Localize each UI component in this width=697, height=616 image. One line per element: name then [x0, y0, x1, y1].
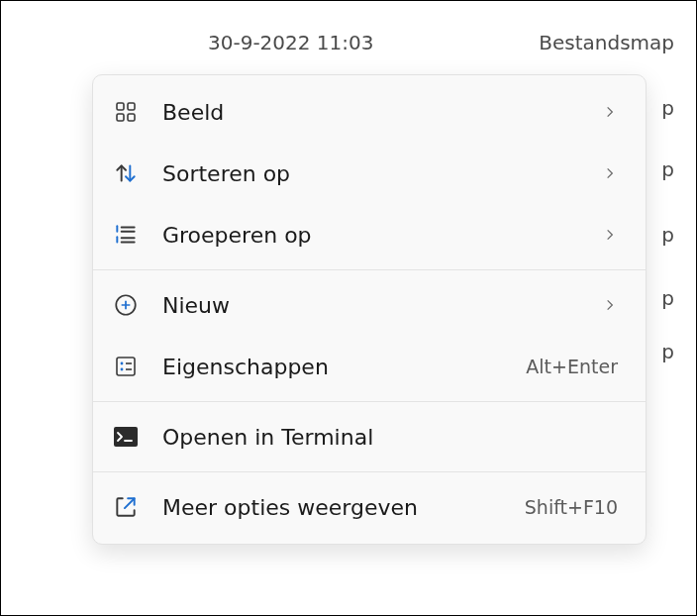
- menu-item-terminal[interactable]: Openen in Terminal: [93, 406, 646, 467]
- context-menu: Beeld Sorteren op: [92, 74, 647, 545]
- menu-label: Beeld: [162, 100, 598, 125]
- menu-item-sort[interactable]: Sorteren op: [93, 143, 646, 204]
- menu-shortcut: Alt+Enter: [526, 356, 618, 377]
- svg-rect-2: [117, 114, 124, 121]
- menu-label: Sorteren op: [162, 161, 598, 186]
- svg-rect-1: [128, 103, 135, 110]
- more-options-icon: [111, 492, 141, 522]
- menu-label: Eigenschappen: [162, 355, 526, 379]
- menu-separator: [93, 471, 646, 472]
- menu-item-view[interactable]: Beeld: [93, 81, 646, 143]
- plus-circle-icon: [111, 290, 141, 320]
- menu-item-new[interactable]: Nieuw: [93, 274, 646, 336]
- menu-label: Groeperen op: [162, 223, 598, 248]
- file-type-partial: p: [661, 96, 674, 120]
- menu-item-more-options[interactable]: Meer opties weergeven Shift+F10: [93, 476, 646, 538]
- file-date: 30-9-2022 11:03: [208, 31, 374, 54]
- file-type-partial: p: [661, 223, 674, 247]
- chevron-right-icon: [598, 166, 622, 180]
- svg-rect-0: [117, 103, 124, 110]
- file-type-partial: p: [661, 340, 674, 363]
- terminal-icon: [111, 422, 141, 452]
- sort-icon: [111, 158, 141, 188]
- svg-rect-5: [117, 358, 135, 375]
- svg-rect-8: [114, 427, 138, 447]
- file-type: Bestandsmap: [539, 31, 674, 54]
- view-icon: [111, 97, 141, 127]
- group-icon: [111, 220, 141, 250]
- file-type-partial: p: [661, 286, 674, 310]
- chevron-right-icon: [598, 105, 622, 119]
- svg-point-7: [121, 368, 124, 371]
- menu-separator: [93, 401, 646, 402]
- menu-label: Openen in Terminal: [162, 425, 622, 450]
- menu-label: Nieuw: [162, 293, 598, 318]
- menu-shortcut: Shift+F10: [525, 496, 618, 518]
- menu-separator: [93, 269, 646, 270]
- menu-label: Meer opties weergeven: [162, 495, 525, 520]
- properties-icon: [111, 352, 141, 381]
- file-type-partial: p: [661, 157, 674, 181]
- svg-rect-3: [128, 114, 135, 121]
- chevron-right-icon: [598, 298, 622, 312]
- svg-point-6: [121, 362, 124, 365]
- menu-item-properties[interactable]: Eigenschappen Alt+Enter: [93, 336, 646, 397]
- menu-item-group[interactable]: Groeperen op: [93, 204, 646, 265]
- chevron-right-icon: [598, 228, 622, 242]
